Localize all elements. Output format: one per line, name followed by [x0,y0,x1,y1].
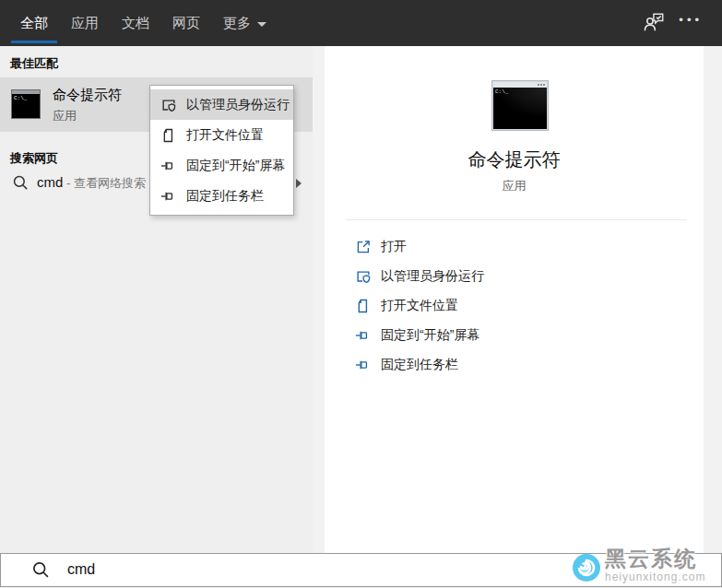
active-tab-underline [11,41,57,43]
menu-item-pin-to-taskbar[interactable]: 固定到任务栏 [150,181,293,211]
tab-documents[interactable]: 文档 [122,0,149,46]
run-as-admin-icon [160,97,177,113]
menu-item-pin-to-start[interactable]: 固定到“开始”屏幕 [150,150,293,181]
context-menu: 以管理员身份运行 打开文件位置 固定到“开始”屏幕 固定到任务栏 [149,85,294,216]
search-icon [12,174,30,192]
cloud-logo-icon [572,553,601,582]
action-label: 打开文件位置 [381,298,458,314]
pin-to-taskbar-icon [355,357,372,373]
tab-web-label: 网页 [172,15,200,32]
web-search-query: cmd [37,174,63,190]
run-as-admin-icon [355,268,372,285]
tab-more[interactable]: 更多 [223,15,266,32]
windows-search-panel: 全部 应用 文档 网页 更多 ••• [0,0,722,588]
search-icon [31,560,51,580]
menu-item-open-file-location[interactable]: 打开文件位置 [150,120,293,150]
action-pin-to-start[interactable]: 固定到“开始”屏幕 [355,321,484,350]
pin-to-start-icon [160,158,177,174]
search-filter-bar: 全部 应用 文档 网页 更多 ••• [0,0,722,46]
search-web-header: 搜索网页 [10,150,58,167]
menu-item-label: 以管理员身份运行 [186,97,290,113]
tab-all-label: 全部 [20,15,48,32]
action-label: 以管理员身份运行 [381,268,484,285]
action-open[interactable]: 打开 [355,232,484,262]
chevron-down-icon [257,22,266,27]
search-input-value: cmd [67,561,95,578]
menu-item-label: 固定到“开始”屏幕 [186,158,285,174]
action-label: 打开 [381,239,407,255]
action-label: 固定到任务栏 [381,357,458,373]
cmd-app-icon-large: C:\_ [491,80,549,131]
filter-tabs: 全部 应用 文档 网页 更多 [0,0,266,46]
watermark-title: 黑云系统 [605,547,705,570]
open-file-location-icon [160,127,177,144]
menu-item-run-as-admin[interactable]: 以管理员身份运行 [150,89,293,120]
pin-to-start-icon [355,327,372,344]
result-preview-panel: C:\_ 命令提示符 应用 打开 以管理员身份运行 打开文件 [325,46,704,553]
tab-apps-label: 应用 [71,15,99,32]
app-subtitle: 应用 [325,178,704,194]
tab-apps[interactable]: 应用 [71,0,99,46]
open-icon [355,239,372,255]
pin-to-taskbar-icon [160,188,177,205]
action-list: 打开 以管理员身份运行 打开文件位置 固定到“开始”屏幕 [355,232,484,380]
watermark-domain: heiyunxitong.com [605,570,705,583]
action-run-as-admin[interactable]: 以管理员身份运行 [355,262,484,291]
action-pin-to-taskbar[interactable]: 固定到任务栏 [355,350,484,380]
menu-item-label: 固定到任务栏 [186,188,264,205]
tab-all[interactable]: 全部 [20,0,48,46]
web-search-text: cmd - 查看网络搜索 [37,174,146,192]
tab-more-label: 更多 [223,15,251,32]
open-file-location-icon [355,298,372,314]
web-search-suffix: - 查看网络搜索 [63,176,146,190]
tab-documents-label: 文档 [122,15,149,32]
site-watermark: 黑云系统 heiyunxitong.com [572,547,705,583]
chevron-right-icon[interactable] [296,179,302,188]
app-title: 命令提示符 [325,147,704,172]
cmd-app-icon: C:\_ [11,89,41,119]
best-match-header: 最佳匹配 [10,55,58,72]
action-label: 固定到“开始”屏幕 [381,327,479,344]
tab-web[interactable]: 网页 [172,0,200,46]
action-open-file-location[interactable]: 打开文件位置 [355,291,484,321]
menu-item-label: 打开文件位置 [186,127,264,144]
best-match-title: 命令提示符 [53,87,122,104]
divider [346,219,687,220]
more-options-icon[interactable]: ••• [679,13,703,27]
feedback-icon[interactable] [644,12,665,33]
best-match-subtitle: 应用 [53,108,77,124]
